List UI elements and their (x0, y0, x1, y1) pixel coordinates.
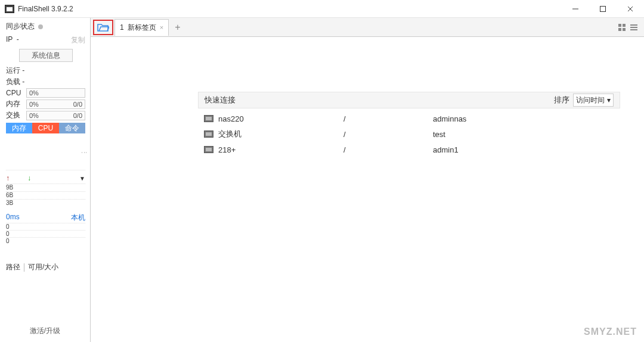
quick-connect-header: 快速连接 排序 访问时间 ▾ (198, 92, 620, 108)
connections-folder-button[interactable] (93, 20, 113, 35)
close-button[interactable] (617, 0, 644, 18)
divider (24, 263, 24, 272)
terminal-icon (204, 130, 213, 138)
connection-row[interactable]: nas220 / adminnas (198, 111, 620, 126)
svg-rect-8 (630, 24, 637, 26)
svg-rect-9 (630, 27, 637, 28)
list-view-icon[interactable] (628, 23, 639, 32)
runtime-value: - (22, 66, 24, 74)
system-info-button[interactable]: 系统信息 (19, 49, 73, 62)
svg-rect-10 (630, 29, 637, 30)
swap-label: 交换 (6, 110, 24, 120)
connection-row[interactable]: 交换机 / test (198, 126, 620, 142)
app-icon (5, 5, 14, 13)
mem-label: 内存 (6, 99, 24, 109)
sync-status-dot (38, 24, 43, 29)
ping-host[interactable]: 本机 (71, 213, 85, 223)
ip-label: IP (6, 35, 13, 43)
swap-meter: 0%0/0 (26, 111, 85, 120)
tab-index: 1 (120, 23, 124, 32)
terminal-icon (204, 115, 213, 122)
terminal-icon (204, 146, 213, 153)
main-area: 1 新标签页 × + 快速连接 排序 访问时间 ▾ (91, 18, 644, 342)
maximize-button[interactable] (589, 0, 617, 18)
avail-label: 可用/大小 (28, 262, 58, 272)
ping-ticks: 0 0 0 (6, 223, 85, 244)
window-title: FinalShell 3.9.2.2 (18, 5, 73, 13)
minimize-button[interactable] (562, 0, 589, 18)
titlebar: FinalShell 3.9.2.2 (0, 0, 644, 18)
ping-ms: 0ms (6, 213, 20, 223)
mini-graph: ⋮ (6, 135, 85, 170)
load-value: - (22, 77, 24, 86)
tab-title: 新标签页 (128, 23, 156, 33)
sort-value: 访问时间 (576, 95, 605, 105)
svg-rect-6 (618, 28, 621, 31)
sidebar: 同步状态 IP - 复制 系统信息 运行 - 负载 - CPU 0% 内存 0%… (0, 18, 91, 342)
quick-connect-label: 快速连接 (205, 95, 236, 105)
watermark: SMYZ.NET (584, 327, 637, 337)
tab-cpu[interactable]: CPU (32, 123, 58, 133)
path-label: 路径 (6, 262, 20, 272)
runtime-label: 运行 (6, 66, 20, 74)
cpu-label: CPU (6, 89, 24, 97)
copy-button[interactable]: 复制 (71, 35, 85, 45)
svg-rect-1 (600, 6, 606, 11)
content-panel: 快速连接 排序 访问时间 ▾ nas220 / adminnas (91, 37, 644, 342)
sidebar-tabs: 内存 CPU 命令 (6, 123, 85, 133)
ip-value: - (17, 35, 19, 43)
svg-rect-7 (623, 28, 626, 31)
mem-meter: 0%0/0 (26, 100, 85, 109)
tab-bar: 1 新标签页 × + (91, 18, 644, 37)
net-ticks: 9B 6B 3B (6, 184, 85, 207)
upload-arrow-icon: ↑ (6, 174, 10, 182)
page-tab[interactable]: 1 新标签页 × (114, 19, 169, 36)
sort-label: 排序 (554, 95, 569, 105)
chevron-down-icon: ▾ (607, 96, 611, 104)
tab-memory[interactable]: 内存 (6, 123, 32, 133)
tab-command[interactable]: 命令 (59, 123, 85, 133)
add-tab-button[interactable]: + (175, 22, 180, 33)
svg-rect-4 (618, 24, 621, 27)
download-arrow-icon: ↓ (27, 174, 31, 182)
sync-status-label: 同步状态 (6, 21, 35, 32)
load-label: 负载 (6, 77, 20, 86)
connection-row[interactable]: 218+ / admin1 (198, 142, 620, 157)
cpu-meter: 0% (26, 88, 85, 98)
sort-select[interactable]: 访问时间 ▾ (573, 94, 614, 107)
grid-view-icon[interactable] (617, 23, 627, 32)
close-tab-icon[interactable]: × (160, 24, 163, 31)
dropdown-icon[interactable]: ▼ (79, 175, 85, 182)
svg-rect-5 (623, 24, 626, 27)
connection-list: nas220 / adminnas 交换机 / test 218+ / admi… (198, 111, 620, 157)
activate-link[interactable]: 激活/升级 (0, 326, 90, 336)
